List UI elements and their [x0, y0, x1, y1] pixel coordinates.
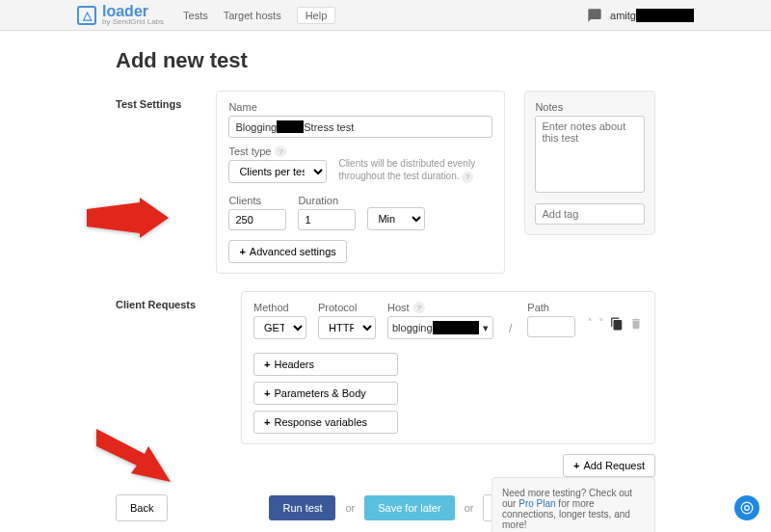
- promo-box: Need more testing? Check out our Pro Pla…: [492, 477, 655, 532]
- path-slash: /: [505, 322, 516, 335]
- move-up-icon[interactable]: ˄: [587, 317, 593, 331]
- notes-panel: Notes: [524, 91, 655, 235]
- messages-icon[interactable]: [587, 8, 602, 23]
- path-label: Path: [527, 302, 575, 313]
- or-separator: or: [345, 502, 355, 514]
- protocol-select[interactable]: HTTP: [318, 316, 376, 339]
- client-requests-panel: Method GET Protocol HTTP Host? blogging▾…: [241, 291, 655, 444]
- help-icon[interactable]: ?: [275, 146, 286, 157]
- user-area: amitg: [587, 8, 694, 23]
- page-title: Add new test: [116, 48, 655, 73]
- plus-icon: +: [239, 246, 245, 257]
- save-for-later-button[interactable]: Save for later: [364, 495, 454, 520]
- copy-icon[interactable]: [610, 317, 624, 331]
- plus-icon: +: [264, 359, 270, 370]
- duration-input[interactable]: [298, 209, 356, 230]
- plus-icon: +: [573, 460, 579, 471]
- request-tools: ˄ ˅: [587, 317, 643, 331]
- method-select[interactable]: GET: [253, 316, 306, 339]
- host-label: Host?: [387, 302, 493, 313]
- tag-input[interactable]: [535, 203, 645, 225]
- nav-tests[interactable]: Tests: [183, 10, 208, 21]
- test-type-label: Test type?: [228, 146, 327, 157]
- response-vars-button[interactable]: +Response variables: [253, 411, 398, 434]
- duration-label: Duration: [298, 195, 356, 206]
- nav-help[interactable]: Help: [297, 7, 336, 24]
- protocol-label: Protocol: [318, 302, 376, 313]
- plus-icon: +: [264, 416, 270, 428]
- test-settings-panel: Name Blogging Stress test Test type? Cli…: [216, 91, 505, 274]
- section-test-settings: Test Settings: [116, 91, 197, 110]
- back-button[interactable]: Back: [116, 494, 168, 521]
- params-body-button[interactable]: +Parameters & Body: [253, 382, 398, 405]
- top-nav: △ loader by SendGrid Labs Tests Target h…: [0, 0, 771, 31]
- name-label: Name: [228, 101, 492, 113]
- nav-target-hosts[interactable]: Target hosts: [224, 10, 281, 21]
- clients-input[interactable]: [228, 209, 286, 230]
- help-icon[interactable]: ?: [462, 172, 473, 183]
- path-input[interactable]: [527, 316, 575, 337]
- clients-label: Clients: [228, 195, 286, 206]
- svg-point-3: [745, 506, 750, 511]
- help-icon[interactable]: ?: [413, 302, 425, 313]
- support-chat-button[interactable]: [734, 495, 759, 520]
- svg-marker-1: [96, 429, 171, 482]
- brand-byline: by SendGrid Labs: [102, 17, 164, 26]
- logo-icon: △: [77, 6, 96, 25]
- svg-marker-0: [87, 198, 169, 238]
- notes-label: Notes: [535, 101, 645, 113]
- lifebuoy-icon: [740, 501, 754, 515]
- user-menu[interactable]: amitg: [610, 9, 694, 22]
- brand[interactable]: △ loader by SendGrid Labs: [77, 4, 164, 26]
- headers-button[interactable]: +Headers: [253, 353, 398, 376]
- advanced-settings-button[interactable]: +Advanced settings: [228, 240, 346, 263]
- plus-icon: +: [264, 387, 270, 399]
- move-down-icon[interactable]: ˅: [598, 317, 604, 331]
- notes-textarea[interactable]: [535, 116, 645, 193]
- pro-plan-link[interactable]: Pro Plan: [518, 498, 555, 509]
- svg-point-2: [741, 502, 753, 514]
- host-select[interactable]: blogging▾: [387, 316, 493, 339]
- or-separator: or: [465, 502, 474, 514]
- duration-unit-select[interactable]: Min: [367, 207, 425, 230]
- test-type-select[interactable]: Clients per test: [228, 160, 327, 183]
- test-type-hint: Clients will be distributed evenly throu…: [338, 157, 492, 183]
- add-request-button[interactable]: +Add Request: [563, 454, 655, 477]
- annotation-arrow-icon: [96, 429, 178, 485]
- nav-links: Tests Target hosts Help: [183, 7, 335, 24]
- method-label: Method: [253, 302, 306, 313]
- section-client-requests: Client Requests: [116, 291, 222, 310]
- trash-icon[interactable]: [629, 317, 643, 331]
- run-test-button[interactable]: Run test: [269, 495, 335, 520]
- test-name-input[interactable]: Blogging Stress test: [228, 116, 492, 138]
- annotation-arrow-icon: [87, 198, 169, 241]
